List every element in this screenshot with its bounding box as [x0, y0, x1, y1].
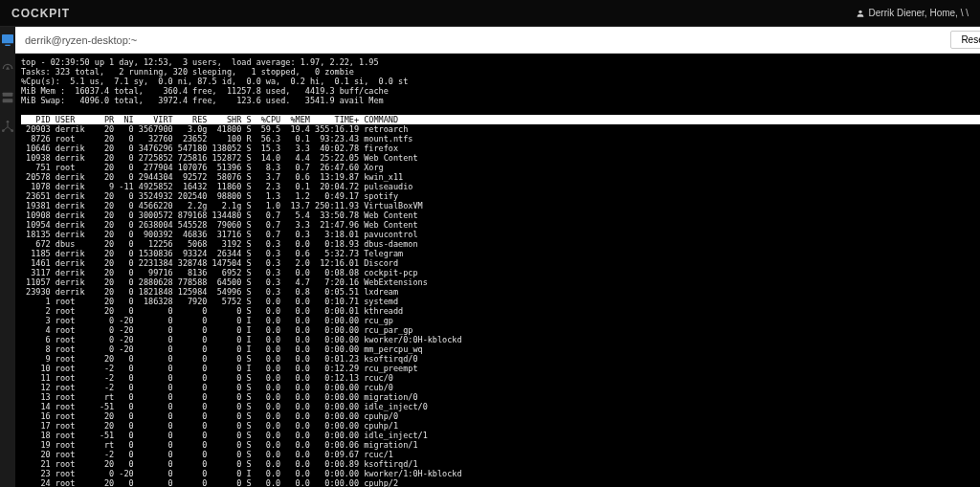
svg-rect-2 — [5, 45, 10, 46]
user-icon — [856, 9, 865, 18]
dashboard-icon[interactable] — [0, 33, 15, 48]
content-area: derrik@ryzen-desktop:~ Reset top - 02:39… — [15, 27, 980, 487]
svg-point-5 — [7, 121, 10, 123]
speedometer-icon[interactable] — [0, 61, 15, 77]
svg-point-0 — [858, 10, 861, 12]
user-menu[interactable]: Derrik Diener, Home, \ \ — [856, 8, 969, 18]
terminal-prompt: derrik@ryzen-desktop:~ — [25, 34, 137, 46]
user-label: Derrik Diener, Home, \ \ — [869, 8, 969, 18]
svg-rect-4 — [3, 99, 13, 102]
terminal-output[interactable]: top - 02:39:50 up 1 day, 12:53, 3 users,… — [15, 54, 980, 487]
terminal-header: derrik@ryzen-desktop:~ Reset — [15, 27, 980, 54]
top-column-header: PID USER PR NI VIRT RES SHR S %CPU %MEM … — [21, 115, 980, 124]
svg-rect-1 — [2, 34, 13, 43]
brand-logo: COCKPIT — [11, 7, 70, 20]
reset-button[interactable]: Reset — [950, 31, 980, 49]
servers-icon[interactable] — [0, 90, 15, 105]
svg-rect-3 — [3, 93, 13, 97]
icon-rail — [0, 27, 15, 487]
network-icon[interactable] — [0, 119, 15, 134]
top-bar: COCKPIT Derrik Diener, Home, \ \ — [0, 0, 980, 27]
